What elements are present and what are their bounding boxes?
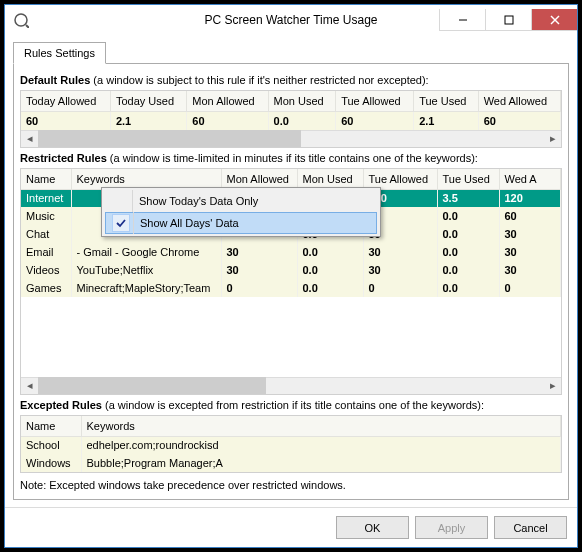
cell[interactable]: 0 [221, 279, 297, 297]
column-header[interactable]: Tue Allowed [336, 91, 414, 112]
cell[interactable]: School [21, 436, 81, 454]
cell[interactable]: 30 [363, 261, 437, 279]
cell[interactable]: 2.1 [414, 112, 478, 130]
cell[interactable]: 30 [221, 261, 297, 279]
cell[interactable]: 60 [499, 207, 561, 225]
cell[interactable]: 60 [478, 112, 560, 130]
cell[interactable]: Games [21, 279, 71, 297]
cell[interactable]: edhelper.com;roundrockisd [81, 436, 561, 454]
cell[interactable]: 0 [499, 279, 561, 297]
cell[interactable]: YouTube;Netflix [71, 261, 221, 279]
svg-rect-3 [505, 16, 513, 24]
cell[interactable]: Bubble;Program Manager;A [81, 454, 561, 472]
cell[interactable]: 30 [363, 243, 437, 261]
cell[interactable]: 0.0 [437, 243, 499, 261]
note-text: Note: Excepted windows take precedence o… [20, 479, 562, 491]
apply-button[interactable]: Apply [415, 516, 488, 539]
table-row[interactable]: Email- Gmail - Google Chrome300.0300.030 [21, 243, 561, 261]
column-header[interactable]: Mon Used [268, 91, 336, 112]
title-bar[interactable]: PC Screen Watcher Time Usage [5, 5, 577, 35]
column-header[interactable]: Wed Allowed [478, 91, 560, 112]
minimize-button[interactable] [439, 9, 485, 31]
column-header[interactable]: Name [21, 169, 71, 190]
context-menu: Show Today's Data OnlyShow All Days' Dat… [101, 187, 381, 237]
cell[interactable]: 0.0 [437, 207, 499, 225]
column-header[interactable]: Wed A [499, 169, 561, 190]
default-rules-grid[interactable]: Today AllowedToday UsedMon AllowedMon Us… [20, 90, 562, 148]
content-area: Rules Settings Default Rules (a window i… [5, 35, 577, 507]
table-row[interactable]: WindowsBubble;Program Manager;A [21, 454, 561, 472]
svg-line-1 [26, 25, 29, 28]
cell[interactable]: Windows [21, 454, 81, 472]
restricted-scrollbar[interactable]: ◂ ▸ [21, 377, 561, 394]
scroll-left-icon[interactable]: ◂ [21, 377, 38, 394]
cell[interactable]: 30 [499, 261, 561, 279]
cell[interactable]: 30 [499, 225, 561, 243]
scroll-right-icon[interactable]: ▸ [544, 377, 561, 394]
column-header[interactable]: Today Used [110, 91, 186, 112]
column-header[interactable]: Name [21, 416, 81, 437]
column-header[interactable]: Tue Used [414, 91, 478, 112]
cell[interactable]: 0.0 [297, 261, 363, 279]
cell[interactable]: 30 [221, 243, 297, 261]
cell[interactable]: 3.5 [437, 189, 499, 207]
default-scrollbar[interactable]: ◂ ▸ [21, 130, 561, 147]
cell[interactable]: 60 [187, 112, 268, 130]
cell[interactable]: 0 [363, 279, 437, 297]
cell[interactable]: Minecraft;MapleStory;Team [71, 279, 221, 297]
cell[interactable]: Chat [21, 225, 71, 243]
cell[interactable]: Music [21, 207, 71, 225]
column-header[interactable]: Today Allowed [21, 91, 110, 112]
app-window: PC Screen Watcher Time Usage Rules Setti… [4, 4, 578, 548]
app-icon [13, 12, 29, 28]
restricted-rules-grid[interactable]: NameKeywordsMon AllowedMon UsedTue Allow… [20, 168, 562, 395]
cell[interactable]: Internet [21, 189, 71, 207]
tab-strip: Rules Settings [13, 42, 569, 64]
check-icon [112, 214, 130, 232]
cell[interactable]: 2.1 [110, 112, 186, 130]
window-title: PC Screen Watcher Time Usage [205, 13, 378, 27]
window-controls [439, 9, 577, 31]
cell[interactable]: 120 [499, 189, 561, 207]
close-button[interactable] [531, 9, 577, 31]
tab-panel: Default Rules (a window is subject to th… [13, 63, 569, 500]
svg-point-0 [15, 14, 27, 26]
context-menu-label: Show Today's Data Only [139, 195, 258, 207]
cell[interactable]: 60 [336, 112, 414, 130]
cell[interactable]: 0.0 [437, 279, 499, 297]
context-menu-item[interactable]: Show Today's Data Only [104, 190, 378, 212]
cell[interactable]: Videos [21, 261, 71, 279]
column-header[interactable]: Tue Used [437, 169, 499, 190]
cell[interactable]: 0.0 [437, 261, 499, 279]
context-menu-label: Show All Days' Data [140, 217, 239, 229]
default-rules-heading: Default Rules (a window is subject to th… [20, 74, 562, 86]
restricted-rules-heading: Restricted Rules (a window is time-limit… [20, 152, 562, 164]
cell[interactable]: 0.0 [268, 112, 336, 130]
cell[interactable]: 0.0 [437, 225, 499, 243]
cell[interactable]: 30 [499, 243, 561, 261]
excepted-rules-grid[interactable]: NameKeywords Schooledhelper.com;roundroc… [20, 415, 562, 474]
cell[interactable]: 0.0 [297, 279, 363, 297]
column-header[interactable]: Mon Allowed [187, 91, 268, 112]
excepted-rules-heading: Excepted Rules (a window is excepted fro… [20, 399, 562, 411]
table-row[interactable]: Schooledhelper.com;roundrockisd [21, 436, 561, 454]
scroll-left-icon[interactable]: ◂ [21, 130, 38, 147]
ok-button[interactable]: OK [336, 516, 409, 539]
column-header[interactable]: Keywords [81, 416, 561, 437]
cell[interactable]: 0.0 [297, 243, 363, 261]
tab-rules-settings[interactable]: Rules Settings [13, 42, 106, 64]
dialog-footer: OK Apply Cancel [5, 507, 577, 547]
cell[interactable]: 60 [21, 112, 110, 130]
cell[interactable]: Email [21, 243, 71, 261]
context-menu-item[interactable]: Show All Days' Data [105, 212, 377, 234]
cancel-button[interactable]: Cancel [494, 516, 567, 539]
scroll-right-icon[interactable]: ▸ [544, 130, 561, 147]
cell[interactable]: - Gmail - Google Chrome [71, 243, 221, 261]
table-row[interactable]: GamesMinecraft;MapleStory;Team00.000.00 [21, 279, 561, 297]
maximize-button[interactable] [485, 9, 531, 31]
table-row[interactable]: VideosYouTube;Netflix300.0300.030 [21, 261, 561, 279]
